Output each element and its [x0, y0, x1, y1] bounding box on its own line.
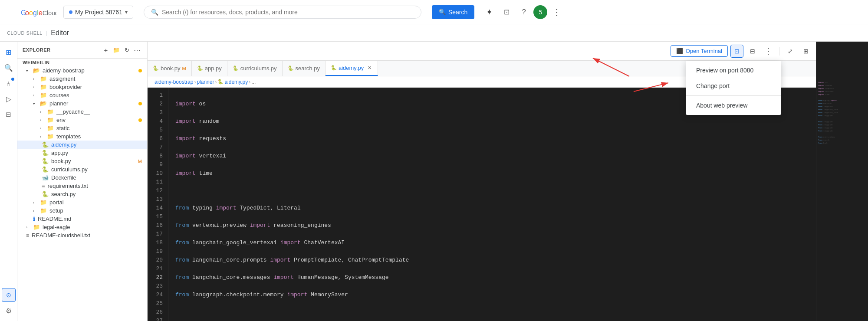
- dropdown-item-about-preview[interactable]: About web preview: [686, 98, 781, 113]
- svg-text:l: l: [36, 9, 38, 16]
- tree-item-legal-eagle[interactable]: › 📁 legal-eagle: [17, 223, 147, 231]
- tree-item-courses[interactable]: › 📁 courses: [17, 91, 147, 99]
- tree-item-portal[interactable]: › 📁 portal: [17, 198, 147, 206]
- env-dot: [138, 118, 142, 122]
- tree-item-app-py[interactable]: 🐍 app.py: [17, 149, 147, 157]
- tab-aidemy-py[interactable]: 🐍 aidemy.py ✕: [326, 61, 378, 76]
- code-line-7: from typing import TypedDict, Literal: [175, 204, 809, 213]
- code-line-12: from langgraph.checkpoint.memory import …: [175, 291, 809, 299]
- code-line-3: import requests: [175, 134, 809, 143]
- tab-curriculums-py[interactable]: 🐍 curriculums.py: [227, 61, 283, 76]
- web-preview-button[interactable]: ⊡: [730, 45, 743, 58]
- dropdown-item-preview-8080[interactable]: Preview on port 8080: [686, 62, 781, 78]
- tab-aidemy-close[interactable]: ✕: [366, 65, 372, 71]
- portal-label: portal: [49, 199, 64, 206]
- breadcrumb-part2[interactable]: planner: [197, 79, 214, 85]
- folder-label-planner: planner: [49, 100, 138, 107]
- terminal-icon-button[interactable]: ⊡: [499, 4, 514, 20]
- tree-item-aidemy-py[interactable]: 🐍 aidemy.py: [17, 141, 147, 149]
- python-icon-app: 🐍: [197, 66, 203, 71]
- tree-item-assigment[interactable]: › 📁 assigment: [17, 75, 147, 83]
- maximize-button[interactable]: ⤢: [784, 45, 797, 58]
- open-terminal-button[interactable]: ⬛ Open Terminal: [671, 45, 728, 57]
- tab-book-py[interactable]: 🐍 book.py M: [148, 61, 192, 76]
- tab-search-py[interactable]: 🐍 search.py: [283, 61, 326, 76]
- tree-item-setup[interactable]: › 📁 setup: [17, 206, 147, 215]
- tab-app-py[interactable]: 🐍 app.py: [192, 61, 227, 76]
- avatar[interactable]: 5: [533, 5, 547, 19]
- sidebar: EXPLORER + 📁 ↻ ⋯ WEIMEILIN ▾ 📂 aidemy-bo: [17, 42, 148, 321]
- expand-arrow-bookprovider: ›: [33, 85, 39, 89]
- folder-label-courses: courses: [49, 92, 69, 98]
- dropdown-item-change-port[interactable]: Change port: [686, 78, 781, 94]
- tree-item-static[interactable]: › 📁 static: [17, 124, 147, 132]
- code-editor: 1 2 3 4 5 6 7 8 9 10 11 12 13 14 15 16 1: [148, 88, 816, 321]
- rail-source-button[interactable]: ⑃: [2, 76, 16, 90]
- tree-item-dockerfile[interactable]: 🐋 Dockerfile: [17, 174, 147, 182]
- new-folder-button[interactable]: 📁: [112, 45, 121, 55]
- more-options-nav-button[interactable]: ⋮: [549, 4, 565, 20]
- svg-text:o: o: [25, 9, 29, 16]
- open-new-window-button[interactable]: ⊞: [799, 45, 812, 58]
- breadcrumb-part1[interactable]: aidemy-boostrap: [155, 79, 193, 85]
- rail-search-button[interactable]: 🔍: [2, 61, 16, 75]
- python-icon-book: 🐍: [153, 66, 159, 71]
- tab-book-modified: M: [182, 66, 186, 71]
- file-tree: WEIMEILIN ▾ 📂 aidemy-boostrap › 📁 assigm…: [17, 59, 147, 239]
- tree-item-requirements-txt[interactable]: ≡ requirements.txt: [17, 182, 147, 190]
- search-input[interactable]: [162, 9, 414, 16]
- tree-item-search-py[interactable]: 🐍 search.py: [17, 190, 147, 198]
- tree-item-readme-cloudshell[interactable]: ≡ README-cloudshell.txt: [17, 231, 147, 239]
- project-selector[interactable]: My Project 58761 ▾: [63, 6, 133, 19]
- modified-dot: [138, 69, 142, 72]
- templates-label: templates: [56, 133, 81, 140]
- book-py-label: book.py: [51, 158, 137, 164]
- split-editor-button[interactable]: ⊟: [746, 45, 759, 58]
- python-icon-curriculums: 🐍: [233, 66, 239, 71]
- breadcrumb-part3[interactable]: aidemy.py: [224, 79, 248, 85]
- ai-assistant-button[interactable]: ✦: [481, 4, 497, 20]
- terminal-icon: ⬛: [676, 48, 683, 54]
- python-icon-aidemy: 🐍: [331, 65, 337, 71]
- tree-item-book-py[interactable]: 🐍 book.py M: [17, 157, 147, 165]
- env-label: env: [56, 117, 138, 123]
- tree-item-readme-md[interactable]: ℹ README.md: [17, 215, 147, 223]
- tree-item-planner[interactable]: ▾ 📂 planner: [17, 99, 147, 108]
- tree-item-aidemy-boostrap[interactable]: ▾ 📂 aidemy-boostrap: [17, 66, 147, 75]
- search-button[interactable]: 🔍 Search: [432, 5, 474, 19]
- rail-files-button[interactable]: ⊞: [2, 45, 16, 59]
- breadcrumb-sep1: ›: [194, 79, 196, 85]
- cloud-shell-separator: |: [46, 29, 47, 36]
- search-bar-icon: 🔍: [151, 9, 158, 16]
- refresh-button[interactable]: ↻: [122, 45, 132, 55]
- more-sidebar-button[interactable]: ⋯: [132, 45, 142, 55]
- icon-rail: ⊞ 🔍 ⑃ ▷ ⊟ ⊙ ⚙: [0, 42, 17, 321]
- hamburger-button[interactable]: [5, 6, 17, 18]
- code-content[interactable]: import os import random import requests …: [168, 88, 816, 321]
- help-button[interactable]: ?: [516, 4, 532, 20]
- search-bar[interactable]: 🔍: [144, 6, 421, 19]
- google-cloud-logo[interactable]: G o o g l e Cloud: [21, 7, 56, 18]
- tree-root-folder: WEIMEILIN: [17, 59, 147, 66]
- explorer-label: EXPLORER: [23, 47, 51, 52]
- rail-cloudshell-button[interactable]: ⊙: [2, 288, 16, 302]
- line-numbers: 1 2 3 4 5 6 7 8 9 10 11 12 13 14 15 16 1: [148, 88, 168, 321]
- tree-item-bookprovider[interactable]: › 📁 bookprovider: [17, 83, 147, 91]
- minimap-content: import os import random import requests …: [816, 76, 868, 150]
- nav-right-icons: ✦ ⊡ ? 5 ⋮: [481, 4, 565, 20]
- rail-extensions-button[interactable]: ⊟: [2, 108, 16, 121]
- tree-item-env[interactable]: › 📁 env: [17, 116, 147, 124]
- rail-run-button[interactable]: ▷: [2, 92, 16, 106]
- planner-dot: [138, 102, 142, 105]
- top-nav: G o o g l e Cloud My Project 58761 ▾ 🔍 🔍…: [0, 0, 868, 24]
- code-line-6: [175, 187, 809, 195]
- tree-item-curriculums-py[interactable]: 🐍 curriculums.py: [17, 165, 147, 174]
- code-line-11: from langchain_core.messages import Huma…: [175, 273, 809, 282]
- new-file-button[interactable]: +: [101, 45, 111, 55]
- rail-settings-button[interactable]: ⚙: [2, 304, 16, 318]
- more-editor-button[interactable]: ⋮: [762, 45, 775, 58]
- tree-item-pycache[interactable]: › 📁 __pycache__: [17, 108, 147, 116]
- folder-icon-bookprovider: 📁: [40, 84, 47, 90]
- code-line-10: from langchain_core.prompts import Promp…: [175, 256, 809, 265]
- tree-item-templates[interactable]: › 📁 templates: [17, 132, 147, 141]
